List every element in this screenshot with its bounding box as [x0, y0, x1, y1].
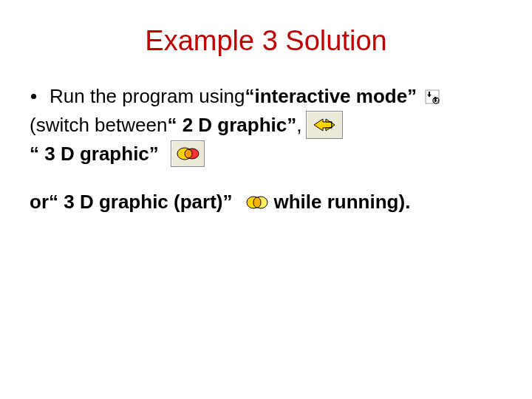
line-3d-part: or “ 3 D graphic (part)” while running). — [30, 189, 502, 215]
2d-graphic-icon — [306, 111, 343, 139]
text-2d-suffix: , — [296, 112, 301, 138]
3d-graphic-part-icon — [242, 191, 272, 214]
bullet-text-quote: “interactive mode” — [245, 83, 417, 109]
text-3d-quote: “ 3 D graphic” — [30, 141, 159, 167]
text-2d-quote: “ 2 D graphic” — [167, 112, 296, 138]
svg-point-15 — [253, 197, 261, 208]
text-switch-prefix: (switch between — [30, 112, 167, 138]
slide-title: Example 3 Solution — [30, 25, 502, 57]
line-3d: “ 3 D graphic” — [30, 140, 502, 167]
slide-body: Run the program using “interactive mode”… — [30, 83, 502, 215]
bullet-item: Run the program using “interactive mode” — [30, 83, 502, 109]
interactive-mode-icon — [421, 86, 443, 107]
text-while-running: while running). — [273, 189, 410, 215]
slide: Example 3 Solution Run the program using… — [0, 0, 532, 399]
text-or-prefix: or — [30, 189, 49, 215]
text-3d-part-quote: “ 3 D graphic (part)” — [49, 189, 232, 215]
svg-rect-0 — [426, 90, 439, 103]
svg-point-12 — [185, 149, 192, 158]
bullet-text-prefix: Run the program using — [50, 83, 245, 109]
line-2d: (switch between “ 2 D graphic” , — [30, 111, 502, 139]
switch-group: (switch between “ 2 D graphic” , “ 3 D g… — [30, 111, 502, 167]
bullet-dot-icon — [31, 94, 36, 99]
3d-graphic-icon — [171, 140, 205, 167]
